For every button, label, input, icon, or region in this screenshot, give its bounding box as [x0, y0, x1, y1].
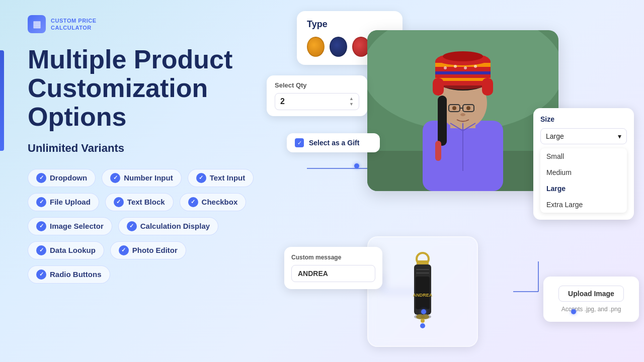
features-row-2: ✓ File Upload ✓ Text Block ✓ Checkbox: [28, 193, 269, 211]
check-icon: ✓: [36, 221, 46, 231]
features-row-1: ✓ Dropdown ✓ Number Input ✓ Text Input: [28, 169, 269, 187]
size-card: Size Large ▾ Small Medium Large Extra La…: [533, 108, 634, 220]
product-image-bg: [367, 30, 558, 191]
size-option-small[interactable]: Small: [540, 148, 627, 164]
features-row-4: ✓ Data Lookup ✓ Photo Editor: [28, 241, 269, 259]
feature-label: File Upload: [50, 198, 91, 206]
logo-text: CUSTOM PRICE CALCULATOR: [51, 17, 97, 32]
size-option-extra-large[interactable]: Extra Large: [540, 197, 627, 213]
features-row-5: ✓ Radio Buttons: [28, 265, 269, 284]
check-icon: ✓: [36, 197, 46, 207]
feature-label: Text Input: [210, 173, 246, 182]
qty-up-arrow[interactable]: ▲: [349, 97, 354, 101]
svg-point-36: [466, 106, 470, 110]
size-option-medium[interactable]: Medium: [540, 164, 627, 180]
product-image-card: [367, 30, 558, 191]
feature-tag-text-block: ✓ Text Block: [105, 193, 174, 211]
check-icon: ✓: [36, 173, 46, 183]
qty-input-box[interactable]: 2 ▲ ▼: [275, 93, 359, 110]
upload-image-button[interactable]: Upload Image: [558, 286, 624, 302]
feature-label: Dropdown: [50, 173, 87, 182]
swatch-orange[interactable]: [307, 37, 325, 57]
svg-point-37: [460, 113, 465, 116]
size-select-box[interactable]: Large ▾: [540, 128, 627, 144]
feature-tag-checkbox: ✓ Checkbox: [180, 193, 247, 211]
feature-label: Data Lookup: [50, 246, 96, 254]
feature-label: Number Input: [124, 173, 173, 182]
custom-msg-card: Custom message ANDREA: [284, 247, 382, 289]
features-grid: ✓ Dropdown ✓ Number Input ✓ Text Input ✓…: [28, 169, 269, 284]
left-accent-bar: [0, 50, 4, 151]
check-icon: ✓: [196, 173, 206, 183]
feature-tag-calculation-display: ✓ Calculation Display: [118, 217, 218, 235]
svg-point-29: [454, 65, 457, 68]
check-icon: ✓: [36, 245, 46, 255]
right-section: Type: [267, 0, 644, 362]
logo-line2: CALCULATOR: [51, 24, 97, 31]
feature-tag-text-input: ✓ Text Input: [188, 169, 254, 187]
swatch-navy[interactable]: [330, 37, 347, 57]
check-icon: ✓: [119, 245, 129, 255]
svg-point-51: [420, 323, 425, 328]
svg-rect-27: [482, 78, 493, 96]
feature-tag-dropdown: ✓ Dropdown: [28, 169, 96, 187]
feature-tag-image-selector: ✓ Image Selector: [28, 217, 112, 235]
check-icon: ✓: [127, 221, 137, 231]
svg-rect-26: [433, 78, 444, 96]
check-icon: ✓: [188, 197, 198, 207]
size-dropdown-arrow: ▾: [618, 132, 621, 140]
feature-label: Photo Editor: [132, 246, 178, 254]
custom-msg-input[interactable]: ANDREA: [291, 265, 375, 282]
check-icon: ✓: [36, 269, 46, 280]
svg-rect-18: [435, 141, 441, 161]
features-row-3: ✓ Image Selector ✓ Calculation Display: [28, 217, 269, 235]
main-heading: Multiple Product Customization Options U…: [28, 45, 269, 284]
feature-label: Image Selector: [50, 222, 104, 230]
svg-point-35: [452, 106, 456, 110]
gift-checkbox[interactable]: ✓: [295, 138, 304, 147]
svg-point-25: [443, 51, 483, 61]
svg-point-49: [414, 314, 431, 319]
feature-tag-number-input: ✓ Number Input: [102, 169, 182, 187]
feature-label: Text Block: [127, 198, 165, 206]
qty-card: Select Qty 2 ▲ ▼: [267, 75, 367, 116]
custom-msg-label: Custom message: [291, 254, 375, 261]
keychain-svg: ANDREA: [397, 251, 448, 332]
svg-rect-17: [438, 96, 447, 146]
qty-arrows: ▲ ▼: [349, 97, 354, 107]
svg-rect-22: [435, 71, 491, 74]
gift-label: Select as a Gift: [309, 139, 359, 147]
svg-rect-43: [416, 273, 429, 274]
svg-rect-40: [417, 260, 429, 264]
feature-tag-radio-buttons: ✓ Radio Buttons: [28, 265, 110, 284]
connector-dot-2: [421, 309, 426, 314]
upload-image-card: Upload Image Accepts .jpg, and .png: [543, 277, 639, 322]
logo-icon: ▦: [28, 15, 46, 33]
feature-label: Radio Buttons: [50, 270, 102, 279]
keychain-card: ANDREA: [367, 236, 478, 347]
qty-label: Select Qty: [275, 81, 359, 89]
svg-point-28: [444, 66, 447, 69]
svg-text:ANDREA: ANDREA: [413, 293, 433, 298]
qty-value: 2: [280, 97, 285, 106]
connector-dot-1: [354, 163, 359, 168]
page-title: Multiple Product Customization Options: [28, 45, 269, 132]
type-card-title: Type: [307, 19, 392, 30]
qty-down-arrow[interactable]: ▼: [349, 102, 354, 107]
page-subtitle: Unlimited Variants: [28, 142, 269, 155]
gift-card[interactable]: ✓ Select as a Gift: [287, 133, 380, 152]
feature-label: Checkbox: [202, 198, 238, 206]
check-icon: ✓: [114, 197, 124, 207]
upload-hint: Accepts .jpg, and .png: [553, 306, 629, 313]
size-dropdown: Small Medium Large Extra Large: [540, 148, 627, 213]
svg-rect-42: [416, 269, 429, 270]
size-option-large[interactable]: Large: [540, 180, 627, 197]
feature-label: Calculation Display: [140, 222, 210, 230]
hat-person-svg: [367, 30, 558, 191]
feature-tag-file-upload: ✓ File Upload: [28, 193, 99, 211]
svg-point-31: [474, 65, 477, 68]
feature-tag-data-lookup: ✓ Data Lookup: [28, 241, 104, 259]
svg-point-30: [464, 66, 467, 69]
size-selected-value: Large: [546, 132, 564, 140]
feature-tag-photo-editor: ✓ Photo Editor: [110, 241, 186, 259]
